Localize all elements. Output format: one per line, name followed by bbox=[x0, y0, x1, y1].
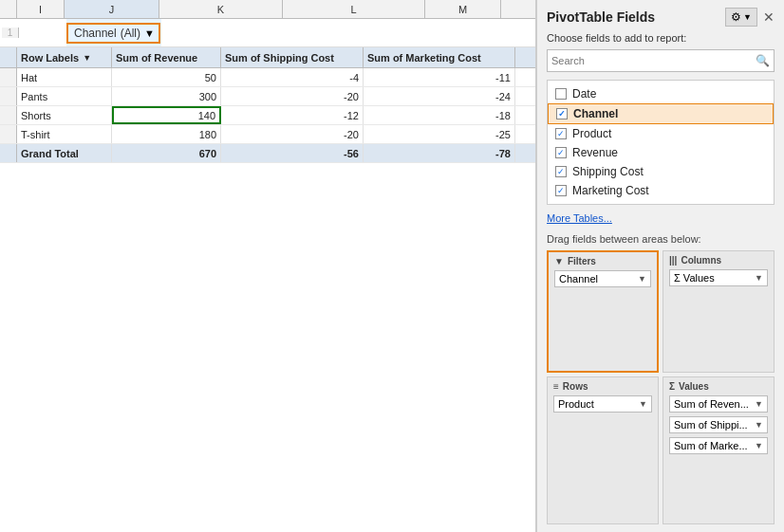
row-shipping-pants: -20 bbox=[221, 87, 364, 105]
filter-dropdown[interactable]: ▼ bbox=[144, 24, 155, 43]
values-chip-2-label: Sum of Shippi... bbox=[674, 419, 748, 431]
fields-list: Date ✓ Channel ✓ Product ✓ Revenue ✓ Shi… bbox=[547, 80, 775, 205]
field-checkbox-shipping-cost[interactable]: ✓ bbox=[555, 166, 567, 177]
rows-area: ≡ Rows Product ▼ bbox=[547, 376, 659, 524]
gear-icon: ⚙ bbox=[731, 10, 741, 24]
filters-area: ▼ Filters Channel ▼ bbox=[547, 250, 659, 373]
pivot-header-row: Row Labels ▼ Sum of Revenue Sum of Shipp… bbox=[0, 47, 535, 68]
panel-header-icons: ⚙ ▼ ✕ bbox=[725, 8, 775, 27]
col-header-j[interactable]: J bbox=[65, 0, 159, 18]
grand-total-label: Grand Total bbox=[17, 144, 112, 162]
panel-subtitle: Choose fields to add to report: bbox=[537, 32, 784, 49]
columns-chip[interactable]: Σ Values ▼ bbox=[669, 269, 768, 286]
pivot-header-marketing: Sum of Marketing Cost bbox=[364, 47, 515, 67]
columns-chip-label: Σ Values bbox=[674, 272, 715, 284]
row-revenue-shorts[interactable]: 140 bbox=[112, 106, 221, 124]
rows-icon: ≡ bbox=[553, 381, 559, 392]
grand-total-row: Grand Total 670 -56 -78 bbox=[0, 144, 535, 163]
pivot-header-row-labels[interactable]: Row Labels ▼ bbox=[17, 47, 112, 67]
col-header-k: K bbox=[159, 0, 283, 18]
drag-section-label: Drag fields between areas below: bbox=[537, 228, 784, 247]
field-label-date: Date bbox=[572, 87, 596, 101]
columns-area: ||| Columns Σ Values ▼ bbox=[663, 250, 775, 373]
search-input[interactable] bbox=[551, 55, 756, 66]
filters-chip-label: Channel bbox=[559, 273, 598, 284]
settings-dropdown-arrow: ▼ bbox=[743, 12, 752, 22]
field-item-channel[interactable]: ✓ Channel bbox=[548, 103, 774, 124]
row-label-pants: Pants bbox=[17, 87, 112, 105]
field-label-channel: Channel bbox=[573, 107, 618, 120]
filter-cell[interactable]: Channel (All) ▼ bbox=[66, 19, 161, 46]
more-tables-link[interactable]: More Tables... bbox=[547, 212, 775, 224]
row-revenue-pants: 300 bbox=[112, 87, 221, 105]
pivot-panel: PivotTable Fields ⚙ ▼ ✕ Choose fields to… bbox=[536, 0, 784, 532]
rows-chip-label: Product bbox=[558, 398, 594, 410]
filter-channel-label: Channel bbox=[72, 27, 117, 40]
columns-icon: ||| bbox=[669, 255, 677, 266]
row-marketing-pants: -24 bbox=[364, 87, 515, 105]
field-label-shipping-cost: Shipping Cost bbox=[572, 165, 644, 178]
values-chip-2[interactable]: Sum of Shippi... ▼ bbox=[669, 416, 768, 433]
table-row: Hat 50 -4 -11 bbox=[0, 68, 535, 87]
col-headers: I J K L M bbox=[0, 0, 535, 19]
values-chip-3[interactable]: Sum of Marke... ▼ bbox=[669, 437, 768, 454]
filters-area-title: ▼ Filters bbox=[554, 256, 651, 266]
field-item-revenue[interactable]: ✓ Revenue bbox=[548, 143, 774, 162]
values-area: Σ Values Sum of Reven... ▼ Sum of Shippi… bbox=[663, 376, 775, 524]
row-label-shorts: Shorts bbox=[17, 106, 112, 124]
pivot-header-revenue: Sum of Revenue bbox=[112, 47, 221, 67]
row-num-header bbox=[0, 0, 17, 18]
row-label-hat: Hat bbox=[17, 68, 112, 86]
filter-channel-value: (All) bbox=[121, 27, 140, 40]
col-header-i: I bbox=[17, 0, 65, 18]
row-marketing-shorts: -18 bbox=[364, 106, 515, 124]
field-item-product[interactable]: ✓ Product bbox=[548, 124, 774, 143]
field-checkbox-channel[interactable]: ✓ bbox=[556, 108, 568, 119]
values-chip-2-arrow-icon: ▼ bbox=[755, 420, 763, 430]
table-row: Pants 300 -20 -24 bbox=[0, 87, 535, 106]
filters-chip[interactable]: Channel ▼ bbox=[554, 270, 651, 287]
field-item-shipping-cost[interactable]: ✓ Shipping Cost bbox=[548, 162, 774, 181]
grand-total-revenue: 670 bbox=[112, 144, 221, 162]
col-header-m: M bbox=[425, 0, 501, 18]
panel-title: PivotTable Fields bbox=[547, 9, 655, 25]
grand-total-marketing: -78 bbox=[364, 144, 515, 162]
field-checkbox-date[interactable] bbox=[555, 88, 567, 100]
grand-total-shipping: -56 bbox=[221, 144, 364, 162]
field-item-marketing-cost[interactable]: ✓ Marketing Cost bbox=[548, 181, 774, 200]
filters-chip-arrow-icon: ▼ bbox=[638, 274, 646, 284]
row-shipping-tshirt: -20 bbox=[221, 125, 364, 143]
values-chip-3-label: Sum of Marke... bbox=[674, 440, 748, 451]
values-chip-1-arrow-icon: ▼ bbox=[755, 399, 763, 409]
dropdown-arrow-icon: ▼ bbox=[144, 28, 155, 39]
filter-icon: ▼ bbox=[554, 256, 564, 266]
rows-chip[interactable]: Product ▼ bbox=[553, 395, 652, 413]
row-shipping-hat: -4 bbox=[221, 68, 364, 86]
row-label-tshirt: T-shirt bbox=[17, 125, 112, 143]
table-row: Shorts 140 -12 -18 bbox=[0, 106, 535, 125]
row-revenue-tshirt: 180 bbox=[112, 125, 221, 143]
row-shipping-shorts: -12 bbox=[221, 106, 364, 124]
spreadsheet-area: I J K L M 1 Channel (All) ▼ Row Labels ▼… bbox=[0, 0, 536, 532]
sigma-icon: Σ bbox=[669, 381, 675, 392]
columns-area-title: ||| Columns bbox=[669, 255, 768, 266]
search-box[interactable]: 🔍 bbox=[547, 49, 775, 72]
settings-button[interactable]: ⚙ ▼ bbox=[725, 8, 757, 27]
filter-channel-container[interactable]: Channel (All) ▼ bbox=[66, 23, 160, 44]
values-chip-3-arrow-icon: ▼ bbox=[755, 441, 763, 450]
field-checkbox-revenue[interactable]: ✓ bbox=[555, 147, 567, 158]
pivot-body: Hat 50 -4 -11 Pants 300 -20 -24 Shorts 1… bbox=[0, 68, 535, 163]
row-labels-dropdown-icon[interactable]: ▼ bbox=[83, 53, 91, 63]
row-revenue-hat: 50 bbox=[112, 68, 221, 86]
field-item-date[interactable]: Date bbox=[548, 84, 774, 103]
panel-header: PivotTable Fields ⚙ ▼ ✕ bbox=[537, 0, 784, 32]
values-area-title: Σ Values bbox=[669, 381, 768, 392]
close-icon[interactable]: ✕ bbox=[763, 9, 775, 25]
field-label-product: Product bbox=[572, 127, 611, 140]
values-chip-1[interactable]: Sum of Reven... ▼ bbox=[669, 395, 768, 413]
pivot-row-num bbox=[0, 47, 17, 67]
field-checkbox-product[interactable]: ✓ bbox=[555, 128, 567, 139]
col-header-l: L bbox=[283, 0, 425, 18]
field-checkbox-marketing-cost[interactable]: ✓ bbox=[555, 185, 567, 196]
row-marketing-hat: -11 bbox=[364, 68, 515, 86]
